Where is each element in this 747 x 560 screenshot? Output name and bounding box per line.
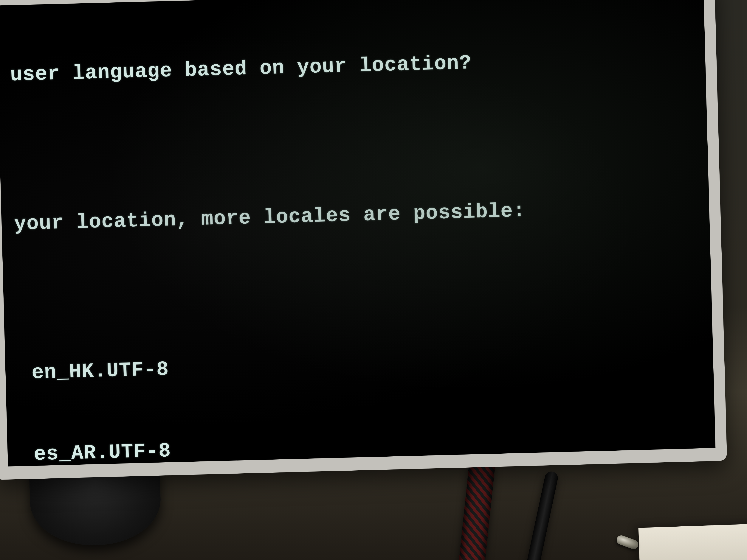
photo-scene: user language based on your location? yo… [0, 0, 747, 560]
terminal-screen: user language based on your location? yo… [0, 0, 716, 466]
monitor: user language based on your location? yo… [0, 0, 727, 480]
thin-cable [522, 470, 559, 560]
desk-paper [638, 524, 747, 560]
locale-option-1: en_HK.UTF-8 [5, 342, 714, 387]
term-line-possible: your location, more locales are possible… [1, 192, 710, 238]
term-line-question: user language based on your location? [0, 43, 705, 89]
blank-line [3, 274, 711, 305]
locale-option-2: es_AR.UTF-8 [7, 423, 716, 469]
blank-line [0, 125, 707, 156]
screw [615, 534, 640, 551]
braided-cable [457, 455, 496, 560]
